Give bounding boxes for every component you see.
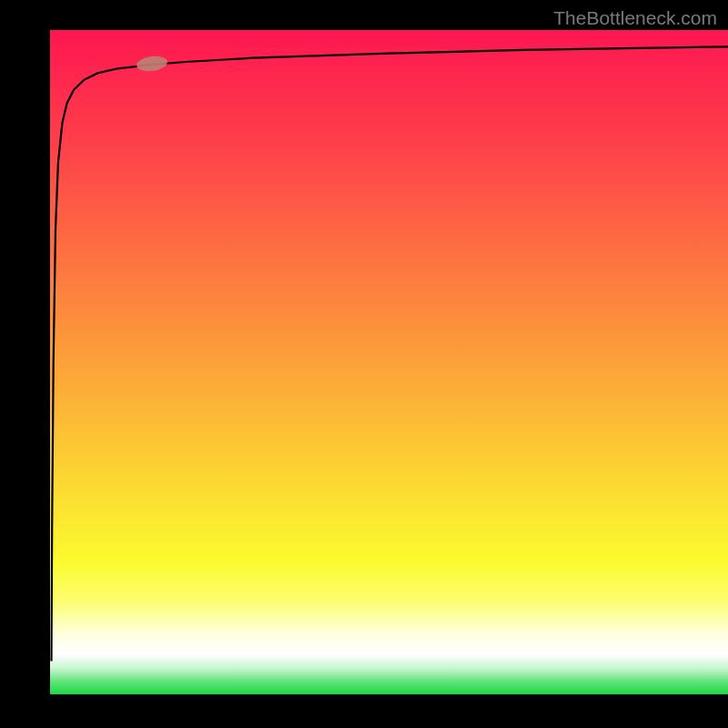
chart-plot-area — [50, 30, 728, 694]
curve-line — [50, 30, 728, 694]
watermark-text: TheBottleneck.com — [553, 7, 717, 29]
